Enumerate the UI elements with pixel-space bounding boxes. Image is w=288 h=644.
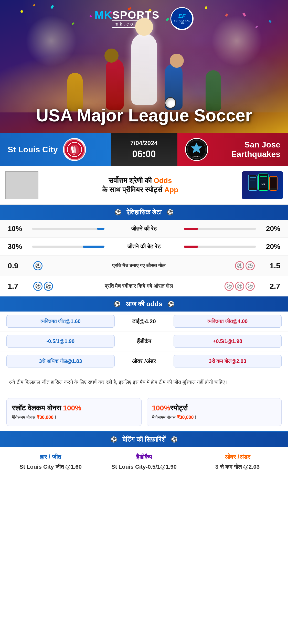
goal-left-value-1: 1.7 bbox=[8, 282, 28, 291]
betting-col-0: हार / जीत St Louis City जीत @1.60 bbox=[6, 453, 95, 470]
analysis-text: अवे टीम फिलहाल जीत हासिल करने के लिए संघ… bbox=[9, 378, 279, 386]
away-team-name: San Jose Earthquakes bbox=[213, 140, 281, 159]
goal-icons-right-1: ⚽ ⚽ ⚽ bbox=[225, 282, 255, 291]
odds-left-0[interactable]: व्यक्तिगत जीत@1.60 bbox=[6, 315, 115, 328]
bonus-card-1[interactable]: 100%स्पोर्ट्स मैक्सिमम बोनस ₹30,000 ! bbox=[147, 398, 282, 426]
soccer-icon-red-1a: ⚽ bbox=[225, 282, 234, 291]
promo-phones: MK bbox=[242, 171, 283, 199]
stat-label-0: जीतने की रेट bbox=[108, 225, 180, 232]
bonus-card-0[interactable]: स्लॉट वेलकम बोनस 100% मैक्सिमम बोनस ₹30,… bbox=[6, 398, 142, 426]
betting-col-value-2: 3 से कम गोल @2.03 bbox=[215, 464, 260, 470]
goal-icons-right-0: ⚽ ⚽ bbox=[235, 261, 255, 270]
odds-section: व्यक्तिगत जीत@1.60 टाई@4.20 व्यक्तिगत जी… bbox=[0, 312, 288, 371]
svg-rect-16 bbox=[260, 176, 267, 177]
bonus-subtitle-1: मैक्सिमम बोनस ₹30,000 ! bbox=[152, 415, 196, 420]
odds-center-1: हैंडीकैप bbox=[119, 338, 170, 345]
odds-row-1: -0.5/1@1.90 हैंडीकैप +0.5/1@1.98 bbox=[0, 331, 288, 351]
soccer-icon-blue-1a: ⚽ bbox=[33, 282, 42, 291]
stat-right-value-1: 20% bbox=[260, 243, 280, 251]
stat-row-bet-rate: 30% जीतने की बेट रेट 20% bbox=[0, 238, 288, 256]
odds-right-0[interactable]: व्यक्तिगत जीत@4.00 bbox=[174, 315, 282, 328]
soccer-icon-blue-1b: ⚽ bbox=[44, 282, 53, 291]
goal-left-value-0: 0.9 bbox=[8, 261, 28, 270]
soccer-icon-red-0a: ⚽ bbox=[235, 261, 244, 270]
goal-label-1: प्रति मैच स्वीकार किये गये औसत गोल bbox=[58, 283, 219, 289]
stat-bar-left-1 bbox=[32, 246, 104, 248]
odds-row-0: व्यक्तिगत जीत@1.60 टाई@4.20 व्यक्तिगत जी… bbox=[0, 312, 288, 331]
betting-col-1: हैंडीकैप St Louis City-0.5/1@1.90 bbox=[100, 453, 188, 470]
goal-right-value-0: 1.5 bbox=[260, 261, 280, 270]
away-team-logo: QUAKES bbox=[185, 138, 208, 161]
stat-left-value-0: 10% bbox=[8, 225, 28, 233]
home-team-section: St Louis City SC bbox=[0, 133, 111, 166]
svg-rect-18 bbox=[260, 179, 266, 179]
promo-text: सर्वोत्तम श्रेणी की Odds के साथ प्रीमियर… bbox=[44, 176, 237, 195]
hero-title: USA Major League Soccer bbox=[0, 105, 288, 125]
betting-col-value-1: St Louis City-0.5/1@1.90 bbox=[111, 464, 177, 470]
betting-title: बेटिंग की सिफ़ारिशें bbox=[122, 435, 166, 443]
stat-bar-fill-right-0 bbox=[184, 228, 198, 230]
stat-row-win-rate: 10% जीतने की रेट 20% bbox=[0, 220, 288, 238]
soccer-players-visual bbox=[0, 15, 288, 112]
home-team-name: St Louis City bbox=[8, 145, 58, 154]
odds-section-header: ⚽ आज की odds ⚽ bbox=[0, 296, 288, 312]
betting-section: ⚽ बेटिंग की सिफ़ारिशें ⚽ हार / जीत St Lo… bbox=[0, 432, 288, 477]
match-bar: St Louis City SC 7/04/2024 06:00 bbox=[0, 133, 288, 166]
home-team-logo: SC bbox=[63, 138, 86, 161]
betting-col-title-2: ओवर /अंडर bbox=[225, 453, 250, 461]
goal-label-0: प्रति मैच बनाए गए औसत गोल bbox=[48, 263, 230, 269]
stat-bar-right-1 bbox=[184, 246, 256, 248]
svg-rect-17 bbox=[260, 178, 265, 178]
goal-icons-left-0: ⚽ bbox=[33, 261, 42, 270]
odds-right-1[interactable]: +0.5/1@1.98 bbox=[174, 335, 282, 348]
soccer-icon-red-1c: ⚽ bbox=[246, 282, 255, 291]
betting-col-2: ओवर /अंडर 3 से कम गोल @2.03 bbox=[193, 453, 282, 470]
odds-ball-left: ⚽ bbox=[114, 301, 121, 307]
promo-image bbox=[5, 171, 38, 199]
odds-left-1[interactable]: -0.5/1@1.90 bbox=[6, 335, 115, 348]
analysis-section: अवे टीम फिलहाल जीत हासिल करने के लिए संघ… bbox=[0, 371, 288, 393]
svg-rect-14 bbox=[250, 179, 254, 179]
goal-icons-left-1: ⚽ ⚽ bbox=[33, 282, 53, 291]
soccer-icon-blue-0: ⚽ bbox=[33, 261, 42, 270]
historical-title: ऐतिहासिक डेटा bbox=[126, 208, 162, 216]
hero-banner: MKSPORTS mk.com EF EMPOLI F.C. 1920 U bbox=[0, 0, 288, 133]
soccer-icon-red-1b: ⚽ bbox=[235, 282, 244, 291]
odds-left-2[interactable]: 3से अधिक गोल@1.83 bbox=[6, 355, 115, 367]
away-team-section: QUAKES San Jose Earthquakes bbox=[177, 133, 288, 166]
match-time: 06:00 bbox=[132, 149, 156, 159]
stat-right-value-0: 20% bbox=[260, 225, 280, 233]
odds-center-0: टाई@4.20 bbox=[119, 318, 170, 325]
stat-bar-fill-left-1 bbox=[83, 246, 104, 248]
promo-banner: सर्वोत्तम श्रेणी की Odds के साथ प्रीमियर… bbox=[0, 166, 288, 205]
stat-bar-right-0 bbox=[184, 228, 256, 230]
historical-section-header: ⚽ ऐतिहासिक डेटा ⚽ bbox=[0, 205, 288, 220]
goal-right-value-1: 2.7 bbox=[260, 282, 280, 291]
betting-section-header: ⚽ बेटिंग की सिफ़ारिशें ⚽ bbox=[0, 432, 288, 447]
svg-rect-8 bbox=[249, 176, 257, 188]
odds-ball-right: ⚽ bbox=[167, 301, 174, 307]
match-center: 7/04/2024 06:00 bbox=[111, 133, 177, 166]
svg-text:SC: SC bbox=[73, 153, 76, 156]
stat-label-1: जीतने की बेट रेट bbox=[108, 243, 180, 250]
odds-center-2: ओवर /अंडर bbox=[119, 358, 170, 365]
odds-right-2[interactable]: 3से कम गोल@2.03 bbox=[174, 355, 282, 367]
soccer-icon-red-0b: ⚽ bbox=[246, 261, 255, 270]
odds-title: आज की odds bbox=[126, 300, 162, 308]
match-date: 7/04/2024 bbox=[130, 140, 158, 147]
stat-left-value-1: 30% bbox=[8, 243, 28, 251]
svg-rect-12 bbox=[270, 178, 276, 188]
historical-section: 10% जीतने की रेट 20% 30% जीतने की बेट रे… bbox=[0, 220, 288, 296]
soccer-ball-right: ⚽ bbox=[167, 209, 174, 216]
betting-col-value-0: St Louis City जीत @1.60 bbox=[19, 464, 82, 470]
bonus-section: स्लॉट वेलकम बोनस 100% मैक्सिमम बोनस ₹30,… bbox=[0, 393, 288, 432]
betting-ball-left: ⚽ bbox=[110, 436, 117, 443]
stat-bar-left-0 bbox=[32, 228, 104, 230]
betting-col-title-1: हैंडीकैप bbox=[136, 453, 152, 461]
svg-text:MK: MK bbox=[261, 183, 265, 186]
betting-ball-right: ⚽ bbox=[171, 436, 178, 443]
svg-rect-10 bbox=[259, 175, 268, 188]
bonus-title-1: 100%स्पोर्ट्स bbox=[152, 404, 188, 412]
svg-rect-13 bbox=[250, 177, 256, 178]
soccer-ball-left: ⚽ bbox=[114, 209, 121, 216]
